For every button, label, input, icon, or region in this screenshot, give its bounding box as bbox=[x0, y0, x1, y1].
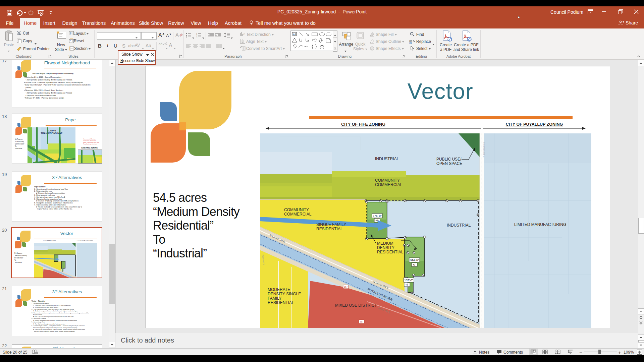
svg-text:167: 167 bbox=[344, 286, 348, 288]
svg-text:DENSITY SINGLE: DENSITY SINGLE bbox=[268, 292, 301, 296]
svg-text:MIXED USE DISTRICT: MIXED USE DISTRICT bbox=[335, 303, 377, 308]
svg-text:COMMERCIAL: COMMERCIAL bbox=[284, 212, 312, 217]
svg-text:COMMUNITY: COMMUNITY bbox=[284, 207, 309, 212]
svg-text:344'-6": 344'-6" bbox=[410, 258, 419, 262]
svg-text:3: 3 bbox=[196, 36, 197, 38]
svg-text:SINGLE FAMILY: SINGLE FAMILY bbox=[316, 222, 346, 227]
svg-text:COMMUNITY: COMMUNITY bbox=[375, 178, 400, 183]
svg-text:COMMERCIAL: COMMERCIAL bbox=[375, 182, 402, 187]
svg-text:RESIDENTIAL: RESIDENTIAL bbox=[377, 250, 404, 254]
svg-text:OPEN SPACE: OPEN SPACE bbox=[436, 161, 462, 166]
svg-text:DENSITY: DENSITY bbox=[377, 245, 394, 250]
svg-text:RESIDENTIAL: RESIDENTIAL bbox=[316, 227, 343, 231]
svg-text:FAMILY: FAMILY bbox=[268, 296, 282, 301]
svg-text:137'-0": 137'-0" bbox=[404, 279, 413, 282]
svg-text:MODERATE: MODERATE bbox=[268, 287, 290, 292]
svg-text:375'-0": 375'-0" bbox=[373, 214, 382, 218]
svg-text:A: A bbox=[243, 32, 245, 36]
svg-text:+/-: +/- bbox=[405, 283, 409, 287]
svg-text:+/-: +/- bbox=[413, 263, 416, 266]
svg-text:TRANSITIONS MAP: TRANSITIONS MAP bbox=[41, 132, 63, 134]
svg-text:Freeman Rd E: Freeman Rd E bbox=[483, 142, 485, 158]
svg-text:ac: ac bbox=[409, 41, 412, 44]
svg-text:PUBLIC USE/: PUBLIC USE/ bbox=[436, 157, 462, 162]
svg-text:167: 167 bbox=[360, 320, 364, 323]
svg-text:RESIDENTIAL: RESIDENTIAL bbox=[268, 300, 294, 305]
svg-text:MEDIUM: MEDIUM bbox=[377, 241, 393, 246]
svg-text:LIMITED MANUFACTURING: LIMITED MANUFACTURING bbox=[514, 222, 566, 227]
svg-text:INDUSTRIAL: INDUSTRIAL bbox=[447, 223, 471, 228]
svg-text:INDUSTRIAL: INDUSTRIAL bbox=[375, 157, 399, 161]
svg-text:ZONING: ZONING bbox=[47, 129, 56, 132]
